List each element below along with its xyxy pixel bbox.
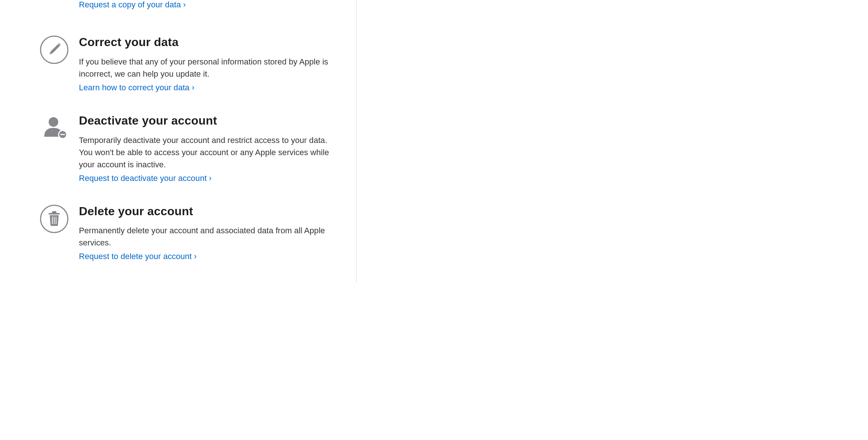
deactivate-account-title: Deactivate your account [79, 114, 341, 128]
section-delete-account: Delete your account Permanently delete y… [40, 205, 341, 262]
correct-data-link-label: Learn how to correct your data [79, 83, 190, 92]
correct-data-desc: If you believe that any of your personal… [79, 56, 341, 80]
correct-data-title: Correct your data [79, 35, 341, 49]
delete-account-desc: Permanently delete your account and asso… [79, 224, 341, 249]
section-correct-data: Correct your data If you believe that an… [40, 35, 341, 92]
chevron-right-icon: › [192, 84, 194, 92]
trash-circle-icon [40, 205, 69, 233]
deactivate-account-link-label: Request to deactivate your account [79, 174, 207, 183]
request-copy-data-label: Request a copy of your data [79, 0, 181, 10]
svg-rect-6 [60, 134, 65, 135]
chevron-right-icon: › [194, 252, 197, 261]
request-copy-data-link[interactable]: Request a copy of your data › [79, 0, 186, 10]
section-deactivate-account: Deactivate your account Temporarily deac… [40, 114, 341, 183]
svg-point-4 [49, 117, 58, 127]
deactivate-account-desc: Temporarily deactivate your account and … [79, 134, 341, 171]
correct-data-link[interactable]: Learn how to correct your data › [79, 83, 194, 92]
chevron-right-icon: › [183, 1, 186, 9]
svg-rect-9 [52, 211, 56, 213]
person-minus-icon [40, 114, 69, 143]
deactivate-account-link[interactable]: Request to deactivate your account › [79, 174, 212, 183]
delete-account-link-label: Request to delete your account [79, 252, 192, 261]
svg-rect-1 [51, 44, 60, 53]
delete-account-title: Delete your account [79, 205, 341, 218]
chevron-right-icon: › [209, 174, 212, 182]
pencil-circle-icon [40, 35, 69, 64]
delete-account-link[interactable]: Request to delete your account › [79, 252, 197, 261]
